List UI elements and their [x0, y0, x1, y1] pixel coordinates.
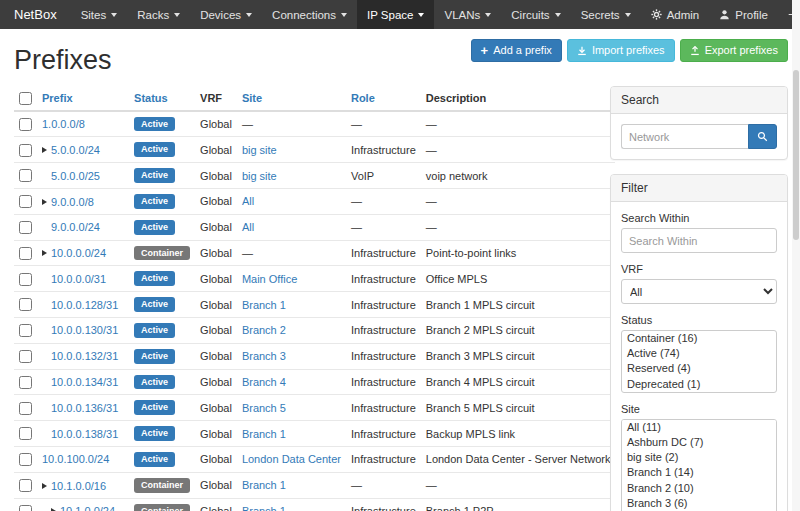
- row-checkbox[interactable]: [19, 505, 32, 511]
- site-link[interactable]: All: [242, 195, 254, 207]
- row-checkbox[interactable]: [19, 144, 32, 157]
- row-checkbox[interactable]: [19, 479, 32, 492]
- select-option[interactable]: Reserved (4): [622, 361, 776, 376]
- search-button[interactable]: [748, 124, 777, 149]
- row-checkbox[interactable]: [19, 427, 32, 440]
- select-option[interactable]: Container (16): [622, 331, 776, 346]
- site-link[interactable]: Branch 1: [242, 479, 286, 491]
- nav-item-racks[interactable]: Racks: [127, 0, 190, 29]
- prefix-link[interactable]: 10.0.0.0/24: [51, 247, 106, 259]
- caret-right-icon[interactable]: [42, 199, 47, 205]
- select-option[interactable]: All (11): [622, 420, 776, 435]
- column-header-status[interactable]: Status: [134, 92, 168, 104]
- select-option[interactable]: Ashburn DC (7): [622, 435, 776, 450]
- site-link[interactable]: Branch 2: [242, 324, 286, 336]
- row-checkbox[interactable]: [19, 118, 32, 131]
- nav-item-secrets[interactable]: Secrets: [571, 0, 641, 29]
- prefix-link[interactable]: 10.0.0.132/31: [51, 350, 118, 362]
- vrf-value: Global: [200, 299, 232, 311]
- vrf-label: VRF: [621, 263, 777, 275]
- nav-item-circuits[interactable]: Circuits: [501, 0, 570, 29]
- row-checkbox[interactable]: [19, 324, 32, 337]
- add-prefix-button[interactable]: + Add a prefix: [471, 39, 562, 62]
- role-value: Infrastructure: [351, 299, 416, 311]
- vrf-select[interactable]: All: [621, 279, 777, 304]
- site-link[interactable]: All: [242, 221, 254, 233]
- nav-item-devices[interactable]: Devices: [190, 0, 262, 29]
- prefix-link[interactable]: 1.0.0.0/8: [42, 118, 85, 130]
- site-link[interactable]: Main Office: [242, 273, 297, 285]
- search-within-label: Search Within: [621, 212, 777, 224]
- table-row: 9.0.0.0/8ActiveGlobalAll——: [14, 188, 615, 214]
- export-prefixes-button[interactable]: Export prefixes: [680, 39, 788, 62]
- row-checkbox[interactable]: [19, 273, 32, 286]
- select-all-checkbox[interactable]: [19, 92, 32, 105]
- site-link[interactable]: London Data Center: [242, 453, 341, 465]
- search-input[interactable]: [621, 124, 748, 149]
- select-option[interactable]: Branch 1 (14): [622, 465, 776, 480]
- row-checkbox[interactable]: [19, 298, 32, 311]
- site-link[interactable]: Branch 4: [242, 376, 286, 388]
- caret-right-icon[interactable]: [42, 483, 47, 489]
- site-link[interactable]: Branch 1: [242, 299, 286, 311]
- scrollbar-thumb[interactable]: [793, 70, 799, 240]
- select-option[interactable]: big site (2): [622, 450, 776, 465]
- prefix-link[interactable]: 10.0.0.130/31: [51, 324, 118, 336]
- row-checkbox[interactable]: [19, 376, 32, 389]
- prefix-link[interactable]: 10.1.0.0/24: [60, 505, 115, 511]
- prefix-link[interactable]: 10.0.0.138/31: [51, 428, 118, 440]
- select-option[interactable]: Deprecated (1): [622, 377, 776, 392]
- site-link[interactable]: Branch 1: [242, 428, 286, 440]
- nav-item-connections[interactable]: Connections: [262, 0, 357, 29]
- site-link[interactable]: Branch 3: [242, 350, 286, 362]
- table-row: 10.0.0.138/31ActiveGlobalBranch 1Infrast…: [14, 421, 615, 447]
- row-checkbox[interactable]: [19, 453, 32, 466]
- vrf-value: Global: [200, 453, 232, 465]
- row-checkbox[interactable]: [19, 169, 32, 182]
- site-link[interactable]: Branch 5: [242, 402, 286, 414]
- status-select[interactable]: Container (16)Active (74)Reserved (4)Dep…: [621, 330, 777, 393]
- nav-item-label: Admin: [667, 9, 700, 21]
- row-checkbox[interactable]: [19, 247, 32, 260]
- site-link[interactable]: big site: [242, 144, 277, 156]
- prefix-link[interactable]: 10.0.0.136/31: [51, 402, 118, 414]
- prefix-link[interactable]: 9.0.0.0/8: [51, 196, 94, 208]
- table-row: 10.0.0.136/31ActiveGlobalBranch 5Infrast…: [14, 395, 615, 421]
- status-badge: Active: [134, 349, 175, 364]
- prefix-link[interactable]: 10.0.0.128/31: [51, 299, 118, 311]
- prefix-link[interactable]: 10.0.100.0/24: [42, 453, 109, 465]
- nav-item-ip-space[interactable]: IP Space: [357, 0, 434, 29]
- nav-item-sites[interactable]: Sites: [71, 0, 128, 29]
- import-prefixes-button[interactable]: Import prefixes: [567, 39, 675, 62]
- caret-right-icon[interactable]: [42, 147, 47, 153]
- prefix-link[interactable]: 10.0.0.0/31: [51, 273, 106, 285]
- row-checkbox[interactable]: [19, 221, 32, 234]
- column-header-role[interactable]: Role: [351, 92, 375, 104]
- site-select[interactable]: All (11)Ashburn DC (7)big site (2)Branch…: [621, 419, 777, 511]
- row-checkbox[interactable]: [19, 195, 32, 208]
- nav-item-profile[interactable]: Profile: [709, 0, 778, 29]
- chevron-down-icon: [625, 13, 631, 17]
- prefix-link[interactable]: 10.1.0.0/16: [51, 480, 106, 492]
- column-header-prefix[interactable]: Prefix: [42, 92, 73, 104]
- site-link[interactable]: Branch 1: [242, 505, 286, 511]
- site-link[interactable]: big site: [242, 170, 277, 182]
- row-checkbox[interactable]: [19, 350, 32, 363]
- prefix-link[interactable]: 5.0.0.0/25: [51, 170, 100, 182]
- search-within-input[interactable]: [621, 228, 777, 253]
- brand-link[interactable]: NetBox: [0, 0, 71, 29]
- caret-right-icon[interactable]: [42, 250, 47, 256]
- select-option[interactable]: Branch 2 (10): [622, 481, 776, 496]
- column-header-site[interactable]: Site: [242, 92, 262, 104]
- row-checkbox[interactable]: [19, 402, 32, 415]
- prefix-link[interactable]: 5.0.0.0/24: [51, 144, 100, 156]
- select-option[interactable]: Active (74): [622, 346, 776, 361]
- page-scrollbar[interactable]: [792, 0, 800, 511]
- select-option[interactable]: Branch 3 (6): [622, 496, 776, 511]
- nav-item-admin[interactable]: Admin: [641, 0, 710, 29]
- site-value: —: [242, 118, 253, 130]
- nav-item-vlans[interactable]: VLANs: [434, 0, 501, 29]
- prefix-link[interactable]: 9.0.0.0/24: [51, 221, 100, 233]
- prefix-link[interactable]: 10.0.0.134/31: [51, 376, 118, 388]
- nav-item-label: Connections: [272, 9, 336, 21]
